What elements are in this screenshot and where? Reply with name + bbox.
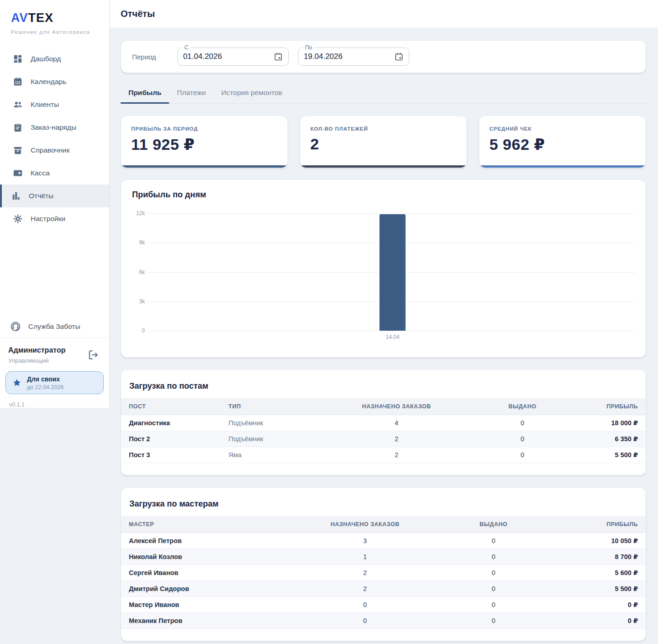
- stat-card-profit: ПРИБЫЛЬ ЗА ПЕРИОД 11 925 ₽: [121, 116, 288, 168]
- settings-icon: [13, 214, 23, 224]
- post-type: Подъёмник: [221, 431, 320, 447]
- table-row: Пост 3 Яма 2 0 5 500 ₽: [121, 447, 646, 463]
- logo-tagline: Решение для Автосервиса: [11, 29, 109, 35]
- stat-accent-bar: [300, 165, 467, 168]
- dashboard-icon: [13, 54, 23, 64]
- sidebar-item-care-service[interactable]: Служба Заботы: [0, 316, 109, 338]
- clients-icon: [13, 100, 23, 110]
- sidebar-item-reports[interactable]: Отчёты: [0, 185, 109, 207]
- column-header: НАЗНАЧЕНО ЗАКАЗОВ: [320, 398, 472, 415]
- stat-label: СРЕДНИЙ ЧЕК: [489, 126, 646, 132]
- assigned-count: 3: [305, 533, 425, 549]
- post-name: Пост 3: [121, 447, 221, 463]
- post-type: Подъёмник: [221, 415, 320, 431]
- masters-table: МАСТЕР НАЗНАЧЕНО ЗАКАЗОВ ВЫДАНО ПРИБЫЛЬ …: [121, 516, 646, 629]
- assigned-count: 2: [305, 581, 425, 597]
- profit-value: 8 700 ₽: [562, 549, 646, 565]
- stat-card-payments-count: КОЛ-ВО ПЛАТЕЖЕЙ 2: [300, 116, 467, 168]
- calendar-icon: [13, 77, 23, 87]
- sidebar-item-label: Справочник: [31, 146, 69, 154]
- care-service-label: Служба Заботы: [28, 322, 80, 331]
- profit-by-days-chart-card: Прибыль по дням 12k 9k 6k 3k 0 14.04: [121, 179, 646, 358]
- sidebar-item-dashboard[interactable]: Дашборд: [0, 48, 109, 70]
- column-header: ПОСТ: [121, 398, 221, 415]
- profit-value: 0 ₽: [562, 613, 646, 629]
- user-name: Администратор: [8, 346, 99, 354]
- stat-value: 11 925 ₽: [131, 135, 287, 153]
- masters-table-title: Загрузка по мастерам: [121, 488, 646, 516]
- assigned-count: 2: [305, 565, 425, 581]
- table-row: Пост 2 Подъёмник 2 0 6 350 ₽: [121, 431, 646, 447]
- sidebar-item-label: Дашборд: [31, 55, 61, 63]
- sidebar-spacer: [0, 230, 109, 316]
- chart-x-axis: 14.04: [148, 331, 636, 343]
- y-tick: 0: [142, 327, 145, 334]
- posts-table: ПОСТ ТИП НАЗНАЧЕНО ЗАКАЗОВ ВЫДАНО ПРИБЫЛ…: [121, 398, 646, 463]
- logo-secondary: TEX: [28, 11, 54, 25]
- profit-value: 5 500 ₽: [562, 581, 646, 597]
- chart-plot: [148, 213, 636, 331]
- sidebar-item-orders[interactable]: Заказ-наряды: [0, 116, 109, 139]
- period-filter-card: Период С По: [121, 40, 646, 73]
- calendar-icon[interactable]: [274, 52, 283, 61]
- report-tabs: Прибыль Платежи История ремонтов: [121, 89, 646, 104]
- tab-payments[interactable]: Платежи: [169, 89, 213, 104]
- orders-icon: [13, 122, 23, 132]
- column-header: МАСТЕР: [121, 516, 305, 533]
- issued-count: 0: [425, 597, 562, 613]
- column-header: ПРИБЫЛЬ: [562, 516, 646, 533]
- sidebar-item-directory[interactable]: Справочник: [0, 139, 109, 162]
- table-row: Сергей Иванов 2 0 5 600 ₽: [121, 565, 646, 581]
- date-to-input[interactable]: [304, 52, 394, 61]
- issued-count: 0: [472, 415, 572, 431]
- plan-expiry: до 22.04.2026: [27, 384, 64, 391]
- stats-row: ПРИБЫЛЬ ЗА ПЕРИОД 11 925 ₽ КОЛ-ВО ПЛАТЕЖ…: [121, 116, 646, 168]
- assigned-count: 0: [305, 597, 425, 613]
- master-name: Николай Козлов: [121, 549, 305, 565]
- date-from-label: С: [182, 44, 191, 51]
- sidebar-item-settings[interactable]: Настройки: [0, 207, 109, 230]
- sidebar-item-label: Заказ-наряды: [31, 123, 76, 132]
- sidebar-item-calendar[interactable]: Календарь: [0, 70, 109, 93]
- user-role: Управляющий: [8, 357, 99, 364]
- column-header: ВЫДАНО: [425, 516, 562, 533]
- date-to-field[interactable]: По: [298, 48, 409, 66]
- date-to-label: По: [303, 44, 314, 51]
- sidebar-item-clients[interactable]: Клиенты: [0, 93, 109, 116]
- assigned-count: 4: [320, 415, 472, 431]
- logo: AVTEX Решение для Автосервиса: [0, 0, 109, 46]
- sidebar: AVTEX Решение для Автосервиса Дашборд Ка…: [0, 0, 110, 408]
- masters-load-card: Загрузка по мастерам МАСТЕР НАЗНАЧЕНО ЗА…: [121, 487, 646, 641]
- table-header-row: ПОСТ ТИП НАЗНАЧЕНО ЗАКАЗОВ ВЫДАНО ПРИБЫЛ…: [121, 398, 646, 415]
- stat-accent-bar: [479, 165, 646, 168]
- assigned-count: 0: [305, 613, 425, 629]
- stat-label: ПРИБЫЛЬ ЗА ПЕРИОД: [131, 126, 287, 132]
- user-block: Администратор Управляющий: [0, 338, 109, 364]
- column-header: ВЫДАНО: [472, 398, 572, 415]
- date-from-field[interactable]: С: [177, 48, 289, 66]
- page-header: Отчёты: [110, 0, 658, 28]
- profit-value: 6 350 ₽: [572, 431, 646, 447]
- chart-title: Прибыль по дням: [132, 190, 636, 200]
- master-name: Алексей Петров: [121, 533, 305, 549]
- cashbox-icon: [13, 168, 23, 178]
- chart-y-axis: 12k 9k 6k 3k 0: [132, 213, 148, 331]
- y-tick: 12k: [136, 210, 145, 216]
- plan-badge[interactable]: Для своих до 22.04.2026: [5, 371, 104, 394]
- table-row: Николай Козлов 1 0 8 700 ₽: [121, 549, 646, 565]
- tab-repair-history[interactable]: История ремонтов: [213, 89, 290, 104]
- logo-text: AVTEX: [11, 11, 109, 25]
- master-name: Механик Петров: [121, 613, 305, 629]
- sidebar-item-cashbox[interactable]: Касса: [0, 162, 109, 185]
- date-from-input[interactable]: [183, 52, 274, 61]
- issued-count: 0: [425, 613, 562, 629]
- logout-button[interactable]: [87, 349, 99, 361]
- sidebar-item-label: Настройки: [31, 215, 65, 223]
- calendar-icon[interactable]: [394, 52, 403, 61]
- sidebar-nav: Дашборд Календарь Клиенты Заказ-наряды С…: [0, 48, 109, 230]
- column-header: ТИП: [221, 398, 320, 415]
- tab-profit[interactable]: Прибыль: [121, 89, 169, 104]
- assigned-count: 2: [320, 431, 472, 447]
- profit-value: 5 600 ₽: [562, 565, 646, 581]
- profit-value: 10 050 ₽: [562, 533, 646, 549]
